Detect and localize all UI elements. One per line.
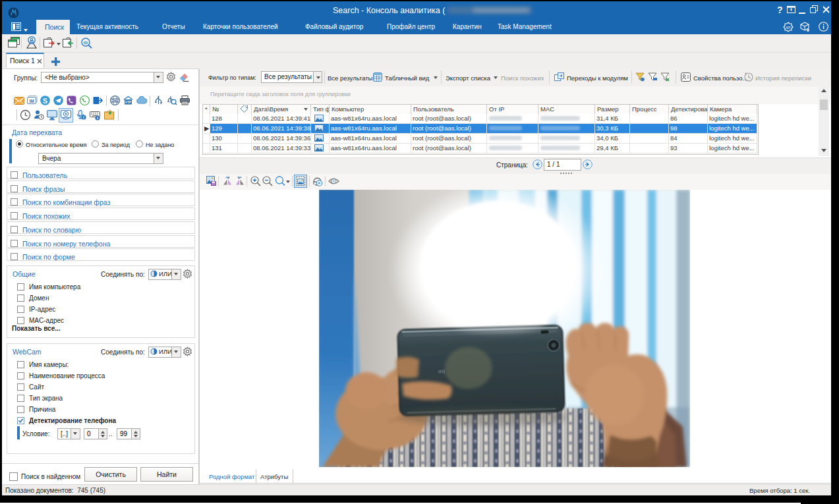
svg-text:API: API xyxy=(786,26,790,30)
svg-text:i: i xyxy=(97,115,98,120)
svg-text:S: S xyxy=(43,97,47,105)
svg-text:IM: IM xyxy=(29,99,34,103)
svg-text:i: i xyxy=(83,115,84,119)
svg-text:mi: mi xyxy=(438,368,446,375)
svg-text:HTTP: HTTP xyxy=(112,99,119,102)
svg-text:ID: ID xyxy=(84,41,88,45)
svg-text:FTP: FTP xyxy=(125,101,131,104)
